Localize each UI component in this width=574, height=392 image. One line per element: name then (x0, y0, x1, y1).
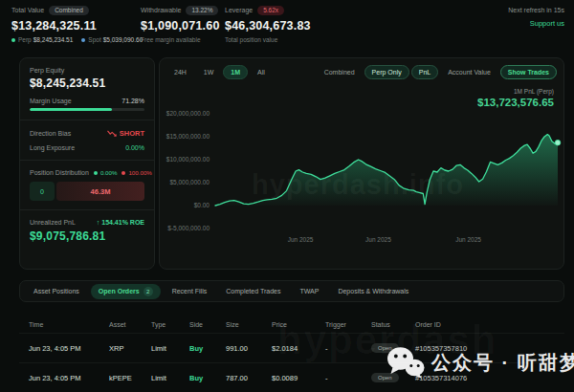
perp-dot-icon (11, 38, 15, 42)
unrealized-pnl-label: Unrealized PnL (30, 219, 76, 226)
cell-size: 991.00 (226, 344, 272, 353)
col-header-trigger: Trigger (325, 321, 371, 328)
short-distribution-segment: 46.3M (56, 182, 144, 201)
perp-label: Perp (18, 36, 32, 43)
last-point-marker (555, 140, 561, 145)
refresh-countdown: Next refresh in 15s (508, 7, 564, 13)
cell-time: Jun 23, 4:05 PM (29, 344, 109, 353)
cell-status: Open (371, 373, 415, 382)
tab-twap[interactable]: TWAP (292, 285, 326, 297)
y-axis-ticks: $20,000,000.00$15,000,000.00$10,000,000.… (166, 110, 210, 231)
leverage-badge: 5.62x (257, 6, 284, 15)
col-header-type: Type (151, 321, 189, 328)
position-distribution-bar: 0 46.3M (30, 182, 144, 201)
tab-label: TWAP (299, 288, 319, 294)
leverage-value: $46,304,673.83 (225, 19, 311, 33)
withdrawable-label: Withdrawable (141, 7, 181, 13)
cell-side: Buy (189, 374, 226, 382)
margin-usage-label: Margin Usage (30, 98, 72, 104)
withdrawable-pct-badge: 13.22% (186, 6, 218, 15)
trading-dashboard: Total Value Combined $13,284,325.11 Perp… (0, 0, 574, 392)
total-value-label: Total Value (11, 7, 44, 13)
x-axis-ticks: Jun 2025Jun 2025Jun 2025 (288, 236, 482, 243)
status-badge: Open (371, 343, 399, 353)
col-header-order-id: Order ID (415, 321, 564, 328)
cell-price: $0.0089 (272, 374, 325, 382)
svg-text:$0.00: $0.00 (194, 202, 210, 208)
leverage-label: Leverage (225, 7, 253, 13)
svg-text:$10,000,000.00: $10,000,000.00 (166, 156, 210, 163)
open-orders-table: TimeAssetTypeSideSizePriceTriggerStatusO… (19, 316, 564, 392)
tab-open-orders[interactable]: Open Orders2 (91, 284, 161, 299)
cell-asset: XRP (109, 344, 151, 353)
table-body: Jun 23, 4:05 PMXRPLimitBuy991.00$2.0184-… (19, 333, 564, 392)
pnl-area-chart[interactable]: $20,000,000.00$15,000,000.00$10,000,000.… (160, 58, 565, 271)
leverage-stat: Leverage 5.62x $46,304,673.83 Total posi… (225, 6, 311, 43)
order-row[interactable]: Jun 23, 4:05 PMkPEPELimitBuy787.00$0.008… (19, 362, 564, 392)
leverage-sub: Total position value (225, 36, 277, 43)
long-distribution-segment: 0 (30, 182, 55, 201)
spot-label: Spot (88, 36, 100, 43)
spot-dot-icon (81, 38, 85, 42)
col-header-time: Time (29, 321, 109, 328)
tab-label: Completed Trades (226, 288, 280, 294)
cell-time: Jun 23, 4:05 PM (29, 374, 109, 382)
trend-down-icon (107, 130, 117, 137)
unrealized-pnl-value: $9,075,786.81 (30, 229, 144, 243)
margin-usage-bar (30, 108, 144, 111)
cell-type: Limit (151, 344, 189, 353)
svg-text:Jun 2025: Jun 2025 (455, 236, 481, 243)
position-distribution-label: Position Distribution (30, 169, 89, 176)
table-header-row: TimeAssetTypeSideSizePriceTriggerStatusO… (19, 316, 564, 333)
status-badge: Open (371, 373, 399, 382)
cell-trigger: - (325, 374, 371, 382)
short-dot-icon (121, 171, 125, 175)
short-pct: 100.00% (121, 169, 151, 176)
svg-text:$-5,000,000.00: $-5,000,000.00 (167, 225, 210, 231)
col-header-asset: Asset (109, 321, 151, 328)
perp-equity-value: $8,245,234.51 (30, 76, 144, 90)
cell-order-id: #105357314076 (415, 374, 564, 382)
divider (20, 209, 154, 210)
divider (20, 160, 154, 161)
withdrawable-value: $1,090,071.60 (141, 19, 220, 33)
roe-value: ↑ 154.41% ROE (97, 219, 144, 226)
tab-count-badge: 2 (144, 287, 153, 296)
combined-badge[interactable]: Combined (49, 6, 89, 15)
pnl-chart-panel: 24H1W1MAll CombinedPerp OnlyPnLAccount V… (159, 57, 564, 270)
long-exposure-value: 0.00% (125, 144, 144, 151)
cell-price: $2.0184 (272, 344, 325, 353)
total-value: $13,284,325.11 (11, 19, 143, 33)
tab-recent-fills[interactable]: Recent Fills (165, 285, 215, 297)
svg-text:$15,000,000.00: $15,000,000.00 (166, 133, 210, 140)
col-header-status: Status (371, 321, 415, 328)
long-exposure-label: Long Exposure (30, 144, 75, 151)
margin-usage-fill (30, 108, 112, 111)
direction-bias-value: SHORT (107, 129, 144, 138)
col-header-size: Size (226, 321, 272, 328)
tab-completed-trades[interactable]: Completed Trades (218, 285, 288, 297)
direction-bias-label: Direction Bias (30, 130, 71, 137)
perp-value: $8,245,234.51 (33, 36, 74, 43)
svg-text:Jun 2025: Jun 2025 (365, 236, 391, 243)
tab-label: Asset Positions (33, 288, 79, 294)
svg-text:Jun 2025: Jun 2025 (288, 236, 314, 243)
account-summary-panel: Perp Equity $8,245,234.51 Margin Usage 7… (19, 57, 155, 270)
cell-side: Buy (189, 344, 226, 353)
svg-text:$20,000,000.00: $20,000,000.00 (166, 110, 210, 117)
margin-usage-value: 71.28% (121, 98, 144, 104)
support-us-link[interactable]: Support us (508, 19, 564, 28)
col-header-side: Side (189, 321, 226, 328)
cell-trigger: - (325, 344, 371, 353)
total-value-stat: Total Value Combined $13,284,325.11 Perp… (11, 6, 143, 43)
tab-deposits-withdrawals[interactable]: Deposits & Withdrawals (330, 285, 416, 297)
cell-size: 787.00 (226, 374, 272, 382)
long-dot-icon (94, 171, 98, 175)
cell-status: Open (371, 343, 415, 353)
order-row[interactable]: Jun 23, 4:05 PMXRPLimitBuy991.00$2.0184-… (19, 333, 564, 362)
pnl-area-fill (215, 135, 558, 206)
cell-asset: kPEPE (109, 374, 151, 382)
perp-equity-label: Perp Equity (30, 67, 144, 74)
tab-label: Recent Fills (172, 288, 208, 294)
tab-asset-positions[interactable]: Asset Positions (26, 285, 87, 297)
